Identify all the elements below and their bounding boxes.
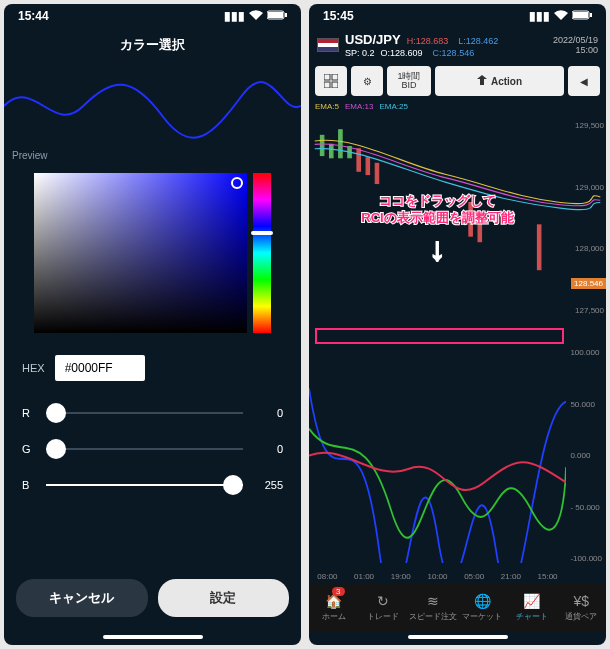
svg-rect-4: [573, 12, 588, 18]
tab-home[interactable]: 🏠 ホーム 3: [309, 583, 359, 631]
speed-icon: ≋: [427, 593, 439, 609]
signal-icon: ▮▮▮: [529, 9, 550, 23]
action-button[interactable]: Action: [435, 66, 564, 96]
gear-icon: ⚙: [363, 76, 372, 87]
ema-legend: EMA:5 EMA:13 EMA:25: [309, 100, 606, 113]
chart-icon: 📈: [523, 593, 540, 609]
preview-area: [4, 66, 301, 146]
color-picker-screen: 15:44 ▮▮▮ カラー選択 Preview HEX R: [4, 4, 301, 645]
svg-rect-14: [357, 149, 360, 171]
status-bar: 15:44 ▮▮▮: [4, 4, 301, 28]
tab-pair[interactable]: ¥$ 通貨ペア: [557, 583, 607, 631]
action-icon: [477, 75, 487, 87]
svg-rect-17: [469, 203, 472, 237]
svg-rect-10: [320, 135, 323, 155]
screen-title: カラー選択: [4, 28, 301, 66]
status-icons: ▮▮▮: [224, 9, 287, 23]
sv-cursor[interactable]: [231, 177, 243, 189]
svg-rect-1: [268, 12, 283, 18]
r-label: R: [22, 407, 34, 419]
battery-icon: [267, 9, 287, 23]
hex-label: HEX: [22, 362, 45, 374]
time: 15:00: [553, 45, 598, 55]
status-bar: 15:45 ▮▮▮: [309, 4, 606, 28]
date: 2022/05/19: [553, 35, 598, 45]
svg-rect-7: [332, 74, 338, 80]
status-icons: ▮▮▮: [529, 9, 592, 23]
b-label: B: [22, 479, 34, 491]
r-slider[interactable]: [46, 403, 243, 423]
svg-rect-16: [375, 163, 378, 183]
b-value: 255: [255, 479, 283, 491]
svg-rect-18: [478, 214, 481, 242]
svg-rect-8: [324, 82, 330, 88]
tab-market[interactable]: 🌐 マーケット: [458, 583, 508, 631]
layout-button[interactable]: [315, 66, 347, 96]
tab-trade[interactable]: ↻ トレード: [359, 583, 409, 631]
g-slider[interactable]: [46, 439, 243, 459]
settings-button[interactable]: ⚙: [351, 66, 383, 96]
rci-y-axis: 100.000 50.000 0.000 - 50.000 -100.000: [570, 348, 602, 563]
saturation-value-picker[interactable]: [34, 173, 247, 333]
preview-label: Preview: [4, 146, 301, 165]
svg-rect-9: [332, 82, 338, 88]
home-indicator[interactable]: [408, 635, 508, 639]
battery-icon: [572, 9, 592, 23]
chart-screen: 15:45 ▮▮▮ USD/JPY H:128.683 L:128.462 SP…: [309, 4, 606, 645]
badge: 3: [332, 587, 344, 596]
y-axis: 129,500 129,000 128,000 127,500: [575, 113, 604, 323]
chart-area[interactable]: 129,500 129,000 128,000 127,500 128.546 …: [309, 113, 606, 583]
tab-bar: 🏠 ホーム 3 ↻ トレード ≋ スピード注文 🌐 マーケット 📈 チャート ¥…: [309, 583, 606, 631]
svg-rect-12: [339, 130, 342, 158]
pane-divider[interactable]: [315, 328, 564, 344]
currency-icon: ¥$: [573, 593, 589, 609]
clock: 15:44: [18, 9, 49, 23]
set-button[interactable]: 設定: [158, 579, 290, 617]
x-axis: 08:0001:00 19:0010:00 05:0021:00 15:00: [309, 572, 566, 581]
hue-thumb[interactable]: [251, 231, 273, 235]
flag-icon: [317, 38, 339, 52]
tab-speed[interactable]: ≋ スピード注文: [408, 583, 458, 631]
last-price-badge: 128.546: [571, 278, 606, 289]
wifi-icon: [554, 9, 568, 23]
g-label: G: [22, 443, 34, 455]
svg-rect-19: [537, 225, 540, 270]
back-button[interactable]: ◀: [568, 66, 600, 96]
signal-icon: ▮▮▮: [224, 9, 245, 23]
clock: 15:45: [323, 9, 354, 23]
triangle-left-icon: ◀: [580, 76, 588, 87]
refresh-icon: ↻: [377, 593, 389, 609]
timeframe-button[interactable]: 1時間 BID: [387, 66, 431, 96]
rci-pane[interactable]: 100.000 50.000 0.000 - 50.000 -100.000: [309, 348, 566, 563]
svg-rect-6: [324, 74, 330, 80]
svg-rect-2: [285, 13, 287, 17]
cancel-button[interactable]: キャンセル: [16, 579, 148, 617]
hex-input[interactable]: [55, 355, 145, 381]
tab-chart[interactable]: 📈 チャート: [507, 583, 557, 631]
r-value: 0: [255, 407, 283, 419]
home-indicator[interactable]: [103, 635, 203, 639]
svg-rect-5: [590, 13, 592, 17]
svg-rect-15: [366, 158, 369, 175]
wifi-icon: [249, 9, 263, 23]
g-value: 0: [255, 443, 283, 455]
globe-icon: 🌐: [474, 593, 491, 609]
pair-name: USD/JPY: [345, 32, 401, 47]
hue-slider[interactable]: [253, 173, 271, 333]
b-slider[interactable]: [46, 475, 243, 495]
svg-rect-11: [330, 144, 333, 157]
pair-header[interactable]: USD/JPY H:128.683 L:128.462 SP: 0.2 O:12…: [309, 28, 606, 62]
